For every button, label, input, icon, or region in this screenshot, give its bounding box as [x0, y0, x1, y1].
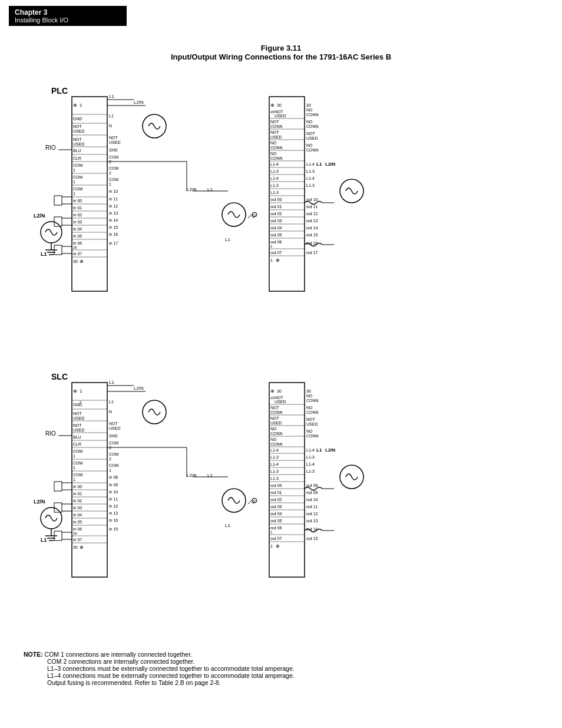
- svg-rect-76: [54, 196, 62, 205]
- svg-text:NO: NO: [306, 143, 313, 147]
- svg-text:⊕: ⊕: [276, 543, 280, 549]
- svg-text:1: 1: [73, 192, 75, 196]
- svg-text:out 04: out 04: [270, 226, 282, 230]
- svg-text:NOT: NOT: [306, 131, 316, 136]
- svg-text:⊕: ⊕: [270, 388, 275, 394]
- svg-text:NO: NO: [270, 141, 277, 145]
- svg-text:NO: NO: [306, 429, 313, 433]
- svg-text:CONN: CONN: [306, 113, 319, 117]
- svg-text:N: N: [109, 124, 112, 128]
- svg-text:SHD: SHD: [109, 434, 118, 438]
- note-line-2: COM 2 connections are internally connect…: [47, 658, 538, 665]
- svg-text:L1-4: L1-4: [270, 162, 279, 166]
- svg-text:USED: USED: [73, 416, 84, 420]
- svg-text:in 01: in 01: [73, 492, 82, 496]
- svg-text:L2/N: L2/N: [325, 162, 336, 167]
- svg-text:L1-4: L1-4: [306, 462, 315, 466]
- svg-text:L1: L1: [109, 94, 114, 99]
- svg-text:L1-3: L1-3: [270, 455, 279, 459]
- svg-text:1: 1: [73, 466, 75, 470]
- svg-text:COM: COM: [109, 177, 119, 182]
- svg-text:out 02: out 02: [270, 498, 282, 502]
- svg-text:L1-4: L1-4: [270, 462, 279, 466]
- svg-text:in 12: in 12: [109, 504, 118, 508]
- svg-text:L2/N: L2/N: [325, 447, 336, 453]
- svg-text:in 13: in 13: [109, 211, 118, 215]
- svg-text:USED: USED: [270, 135, 282, 139]
- svg-text:NOT: NOT: [109, 421, 118, 426]
- svg-text:1: 1: [73, 180, 75, 184]
- svg-text:L1-4: L1-4: [306, 162, 315, 166]
- svg-text:out 13: out 13: [306, 219, 318, 223]
- svg-text:NOT: NOT: [270, 406, 280, 410]
- svg-text:in 07: in 07: [73, 252, 82, 256]
- svg-text:L2/N: L2/N: [134, 100, 144, 105]
- note-line-4: L1–4 connections must be externally conn…: [47, 672, 538, 679]
- svg-text:⊕: ⊕: [276, 258, 280, 263]
- svg-text:COM: COM: [109, 452, 119, 456]
- svg-text:out 14: out 14: [306, 226, 318, 230]
- note-lines: COM 2 connections are internally connect…: [47, 658, 538, 686]
- svg-text:1: 1: [80, 103, 82, 108]
- svg-text:NOT: NOT: [73, 411, 82, 416]
- svg-text:out 15: out 15: [306, 536, 318, 541]
- svg-text:L1-3: L1-3: [306, 469, 315, 473]
- diagrams-container: PLC ⊕ 1 L1 L2/N GND NOT USED NOT USED BL…: [0, 67, 562, 645]
- svg-text:⊕: ⊕: [80, 545, 84, 550]
- svg-text:out 00: out 00: [270, 197, 282, 202]
- svg-text:in 06: in 06: [73, 241, 82, 245]
- svg-text:in 14: in 14: [109, 218, 118, 222]
- svg-text:NO: NO: [306, 406, 313, 410]
- svg-text:L1-4: L1-4: [306, 176, 315, 180]
- svg-text:in 05: in 05: [73, 520, 82, 524]
- svg-text:out 03: out 03: [270, 505, 282, 509]
- svg-text:29: 29: [73, 532, 77, 535]
- svg-text:L1: L1: [316, 447, 322, 453]
- svg-text:L2/N: L2/N: [34, 213, 45, 219]
- svg-text:CONN: CONN: [270, 156, 283, 160]
- svg-text:L1-4: L1-4: [270, 176, 279, 180]
- note-section: NOTE: COM 1 connections are internally c…: [24, 651, 538, 686]
- svg-text:CONN: CONN: [306, 434, 319, 438]
- svg-text:in 03: in 03: [73, 506, 82, 510]
- svg-text:30: 30: [277, 103, 282, 107]
- note-line-1: COM 1 connections are internally connect…: [45, 651, 192, 658]
- svg-text:NOT: NOT: [275, 396, 284, 400]
- svg-text:in 11: in 11: [109, 497, 118, 501]
- svg-text:NOT: NOT: [109, 136, 118, 140]
- svg-text:L1-3: L1-3: [270, 469, 279, 473]
- svg-text:⊕: ⊕: [80, 259, 84, 264]
- svg-text:out 06: out 06: [270, 526, 282, 530]
- svg-text:L1-3: L1-3: [306, 183, 315, 187]
- svg-text:NO: NO: [270, 427, 277, 431]
- svg-text:in 00: in 00: [73, 199, 82, 203]
- svg-text:in 07: in 07: [73, 538, 82, 542]
- svg-text:out 15: out 15: [306, 233, 318, 237]
- svg-text:L2/N: L2/N: [187, 187, 197, 192]
- svg-text:USED: USED: [306, 422, 318, 426]
- svg-text:2: 2: [270, 245, 273, 248]
- svg-text:CONN: CONN: [306, 124, 319, 129]
- svg-text:L1-3: L1-3: [270, 183, 279, 187]
- svg-text:in 09: in 09: [109, 483, 118, 487]
- svg-text:out 10: out 10: [306, 498, 318, 502]
- svg-text:NOT: NOT: [270, 120, 280, 124]
- svg-text:in 08: in 08: [109, 475, 118, 479]
- svg-text:L1: L1: [316, 162, 322, 167]
- note-label: NOTE:: [24, 651, 43, 658]
- svg-text:USED: USED: [109, 426, 120, 430]
- svg-text:⊕: ⊕: [73, 388, 77, 394]
- svg-text:out 09: out 09: [306, 490, 318, 495]
- page-header: Chapter 3 Installing Block I/O: [9, 6, 127, 26]
- svg-text:1: 1: [73, 168, 75, 172]
- svg-text:CONN: CONN: [270, 410, 283, 414]
- svg-text:RIO: RIO: [45, 430, 56, 437]
- svg-text:COM: COM: [109, 166, 119, 170]
- svg-text:L1: L1: [225, 523, 230, 528]
- svg-rect-250: [54, 503, 62, 512]
- svg-text:NOT: NOT: [306, 417, 316, 421]
- svg-text:COM: COM: [73, 473, 83, 477]
- svg-text:NO: NO: [306, 120, 313, 124]
- svg-text:L1-3: L1-3: [270, 476, 279, 480]
- svg-text:L1-3: L1-3: [270, 190, 279, 195]
